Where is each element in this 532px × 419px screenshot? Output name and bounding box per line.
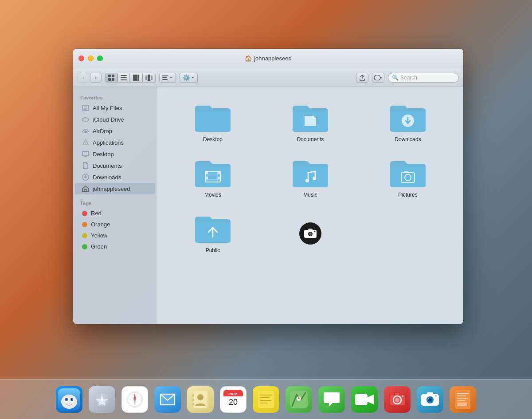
home-label: johnappleseed (93, 186, 130, 192)
search-box[interactable]: 🔍 Search (388, 73, 459, 83)
window-controls (78, 55, 103, 61)
file-item-movies[interactable]: Movies (166, 151, 259, 202)
svg-rect-33 (218, 177, 220, 179)
svg-rect-30 (205, 171, 208, 174)
svg-rect-2 (108, 78, 111, 81)
all-my-files-label: All My Files (93, 105, 122, 111)
svg-point-22 (85, 142, 86, 143)
file-item-public[interactable]: Public (166, 207, 259, 258)
svg-rect-100 (457, 395, 466, 396)
svg-rect-79 (260, 397, 270, 398)
dock-item-notes[interactable] (251, 384, 281, 415)
dock-item-calendar[interactable]: NOV 20 (218, 384, 248, 415)
svg-rect-15 (162, 79, 168, 80)
svg-point-50 (61, 395, 77, 409)
dock-item-facetime[interactable] (349, 384, 379, 415)
svg-point-53 (65, 398, 68, 401)
svg-rect-89 (395, 392, 400, 395)
downloads-folder-label: Downloads (395, 136, 421, 142)
favorites-label: Favorites (73, 91, 157, 102)
sidebar-item-home[interactable]: johnappleseed (75, 183, 155, 194)
desktop-icon (82, 150, 89, 158)
red-tag-label: Red (91, 210, 102, 217)
arrange-button[interactable] (159, 73, 176, 83)
svg-rect-102 (457, 400, 465, 401)
dock-item-photobooth[interactable] (382, 384, 412, 415)
sidebar-item-downloads[interactable]: Downloads (75, 171, 155, 183)
tags-label: Tags (73, 197, 157, 208)
svg-rect-16 (374, 75, 380, 80)
svg-point-95 (428, 398, 429, 399)
applications-icon (82, 139, 89, 146)
sidebar-item-tag-red[interactable]: Red (75, 208, 155, 219)
svg-rect-23 (82, 151, 89, 156)
green-tag-dot (82, 244, 87, 249)
file-item-music[interactable]: Music (264, 151, 357, 202)
back-button[interactable]: ‹ (78, 73, 89, 83)
dock-item-pages[interactable] (448, 384, 478, 415)
tag-button[interactable] (372, 73, 384, 83)
dock-item-safari[interactable] (120, 384, 150, 415)
sidebar-item-documents[interactable]: Documents (75, 160, 155, 171)
sidebar-item-desktop[interactable]: Desktop (75, 148, 155, 160)
share-button[interactable] (356, 73, 368, 83)
svg-point-97 (435, 395, 437, 397)
close-button[interactable] (78, 55, 84, 61)
svg-point-58 (101, 398, 103, 401)
home-icon (82, 185, 89, 192)
search-icon: 🔍 (392, 75, 399, 81)
sidebar-item-tag-yellow[interactable]: Yellow (75, 230, 155, 241)
svg-text:NOV: NOV (229, 392, 237, 396)
sidebar-item-tag-orange[interactable]: Orange (75, 219, 155, 230)
maximize-button[interactable] (97, 55, 103, 61)
column-view-button[interactable] (130, 73, 142, 83)
svg-rect-31 (205, 177, 208, 179)
downloads-icon (82, 174, 89, 181)
dock-item-camera[interactable] (415, 384, 445, 415)
svg-rect-0 (108, 75, 111, 77)
icloud-label: iCloud Drive (93, 116, 124, 123)
svg-rect-5 (121, 77, 127, 78)
action-button[interactable]: ⚙️ (180, 73, 198, 83)
applications-label: Applications (93, 139, 124, 146)
view-buttons (105, 73, 156, 83)
minimize-button[interactable] (88, 55, 94, 61)
svg-rect-32 (218, 171, 220, 174)
svg-rect-101 (457, 398, 468, 399)
svg-rect-70 (192, 403, 194, 406)
sidebar-item-all-my-files[interactable]: All My Files (75, 102, 155, 114)
sidebar-item-applications[interactable]: Applications (75, 137, 155, 148)
forward-button[interactable]: › (90, 73, 102, 83)
dock-item-messages[interactable] (317, 384, 347, 415)
sidebar-item-tag-green[interactable]: Green (75, 241, 155, 252)
yellow-tag-dot (82, 233, 87, 238)
coverflow-view-button[interactable] (142, 73, 156, 83)
dock-item-contacts[interactable] (185, 384, 215, 415)
toolbar: ‹ › (73, 68, 463, 87)
svg-rect-96 (427, 392, 433, 395)
sidebar-item-airdrop[interactable]: AirDrop (75, 125, 155, 137)
dock-item-finder[interactable] (54, 384, 84, 415)
list-view-button[interactable] (117, 73, 130, 83)
dock-item-mail[interactable] (153, 384, 183, 415)
dock-item-maps[interactable] (284, 384, 314, 415)
svg-rect-3 (112, 78, 114, 81)
icon-view-button[interactable] (105, 73, 117, 83)
dock-item-launchpad[interactable] (87, 384, 117, 415)
svg-point-55 (66, 398, 66, 399)
svg-point-38 (305, 179, 309, 182)
file-item-desktop[interactable]: Desktop (166, 96, 259, 147)
content-area: Favorites All My Files (73, 87, 463, 324)
svg-point-54 (70, 398, 73, 401)
svg-rect-47 (308, 229, 313, 231)
file-item-pictures[interactable]: Pictures (361, 151, 454, 202)
sidebar-item-icloud-drive[interactable]: iCloud Drive (75, 114, 155, 125)
svg-rect-13 (162, 75, 168, 76)
svg-rect-14 (162, 77, 167, 78)
music-folder-label: Music (303, 192, 317, 198)
file-item-documents[interactable]: Documents (264, 96, 357, 147)
movies-folder-label: Movies (204, 192, 221, 198)
svg-rect-42 (404, 171, 408, 173)
file-item-downloads[interactable]: Downloads (361, 96, 454, 147)
finder-window: 🏠 johnappleseed ‹ › (73, 49, 463, 324)
